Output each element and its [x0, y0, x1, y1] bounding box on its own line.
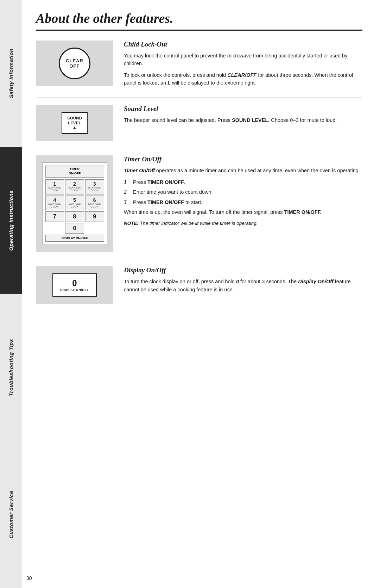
timer-note: NOTE: The timer indicator will be lit wh… [124, 220, 362, 227]
step-num-2: 2 [124, 188, 130, 196]
sound-level-button-area: SOUNDLEVEL ▲ [36, 105, 113, 141]
sidebar-section-operating: Operating Instructions [0, 147, 22, 294]
key-zero-row: 0 [45, 223, 104, 234]
timer-content: Timer On/Off Timer On/Off operates as a … [124, 155, 362, 227]
timer-step-3: 3 Press TIMER ON/OFF to start. [124, 198, 362, 206]
sound-level-para: The beeper sound level can be adjusted. … [124, 116, 362, 124]
sound-level-title: Sound Level [124, 105, 362, 113]
display-onoff-title: Display On/Off [124, 266, 362, 274]
keypad-display-onoff[interactable]: DISPLAY ON/OFF [45, 235, 104, 242]
child-lock-para2: To lock or unlock the controls, press an… [124, 71, 362, 87]
clear-off-bottom-label: OFF [70, 63, 80, 69]
sound-level-label: SOUNDLEVEL [67, 116, 82, 126]
display-onoff-button[interactable]: 0 DISPLAY ON/OFF [52, 273, 97, 297]
clear-off-button[interactable]: CLEAR OFF [59, 48, 90, 79]
sound-level-arrow: ▲ [67, 125, 82, 130]
display-onoff-para: To turn the clock display on or off, pre… [124, 278, 362, 293]
child-lock-para1: You may lock the control panel to preven… [124, 52, 362, 68]
step-text-1: Press TIMER ON/OFF. [133, 178, 185, 186]
timer-intro: Timer On/Off operates as a minute timer … [124, 167, 362, 174]
section-child-lock: CLEAR OFF Child Lock-Out You may lock th… [36, 33, 362, 98]
sidebar-label-customer: Customer Service [8, 491, 14, 539]
page-title: About the other features. [36, 11, 362, 31]
key-3[interactable]: 3 EXPRESS COOK [85, 179, 104, 194]
key-4[interactable]: 4 EXPRESS COOK [45, 196, 64, 211]
section-display-onoff: 0 DISPLAY ON/OFF Display On/Off To turn … [36, 259, 362, 311]
timer-title: Timer On/Off [124, 155, 362, 163]
timer-step-1: 1 Press TIMER ON/OFF. [124, 178, 362, 186]
sidebar-label-operating: Operating Instructions [8, 190, 14, 251]
key-1[interactable]: 1 EXPRESS COOK [45, 179, 64, 194]
sidebar: Safety Information Operating Instruction… [0, 0, 22, 588]
display-btn-label: DISPLAY ON/OFF [60, 288, 89, 292]
step-num-3: 3 [124, 198, 130, 206]
sound-level-content: Sound Level The beeper sound level can b… [124, 105, 362, 128]
timer-keypad: TIMERON/OFF 1 EXPRESS COOK 2 EXPRESS COO… [42, 162, 107, 245]
step-text-3: Press TIMER ON/OFF to start. [133, 198, 202, 206]
sidebar-label-troubleshooting: Troubleshooting Tips [8, 339, 14, 396]
step-text-2: Enter time you want to count down. [133, 188, 213, 196]
display-onoff-content: Display On/Off To turn the clock display… [124, 266, 362, 297]
child-lock-title: Child Lock-Out [124, 41, 362, 48]
timer-after-text: When time is up, the oven will signal. T… [124, 208, 362, 216]
sound-level-button[interactable]: SOUNDLEVEL ▲ [62, 112, 88, 134]
main-content: About the other features. CLEAR OFF Chil… [22, 0, 380, 588]
keypad-grid: 1 EXPRESS COOK 2 EXPRESS COOK 3 EXPRESS … [45, 179, 104, 222]
child-lock-button-area: CLEAR OFF [36, 41, 113, 86]
sidebar-section-customer: Customer Service [0, 441, 22, 588]
section-sound-level: SOUNDLEVEL ▲ Sound Level The beeper soun… [36, 98, 362, 149]
step-num-1: 1 [124, 178, 130, 186]
display-onoff-button-area: 0 DISPLAY ON/OFF [36, 266, 113, 304]
timer-button-area: TIMERON/OFF 1 EXPRESS COOK 2 EXPRESS COO… [36, 155, 113, 252]
key-6[interactable]: 6 EXPRESS COOK [85, 196, 104, 211]
clear-off-top-label: CLEAR [66, 58, 83, 63]
key-5[interactable]: 5 EXPRESS COOK [65, 196, 84, 211]
sidebar-section-safety: Safety Information [0, 0, 22, 147]
section-timer: TIMERON/OFF 1 EXPRESS COOK 2 EXPRESS COO… [36, 148, 362, 259]
key-2[interactable]: 2 EXPRESS COOK [65, 179, 84, 194]
timer-step-2: 2 Enter time you want to count down. [124, 188, 362, 196]
key-8[interactable]: 8 [65, 211, 84, 222]
page-number: 30 [26, 575, 32, 581]
child-lock-content: Child Lock-Out You may lock the control … [124, 41, 362, 91]
key-9[interactable]: 9 [85, 211, 104, 222]
key-0[interactable]: 0 [65, 223, 84, 234]
sidebar-section-troubleshooting: Troubleshooting Tips [0, 294, 22, 441]
timer-onoff-button[interactable]: TIMERON/OFF [45, 166, 104, 177]
display-zero-label: 0 [60, 278, 89, 288]
sidebar-label-safety: Safety Information [8, 49, 14, 98]
key-7[interactable]: 7 [45, 211, 64, 222]
